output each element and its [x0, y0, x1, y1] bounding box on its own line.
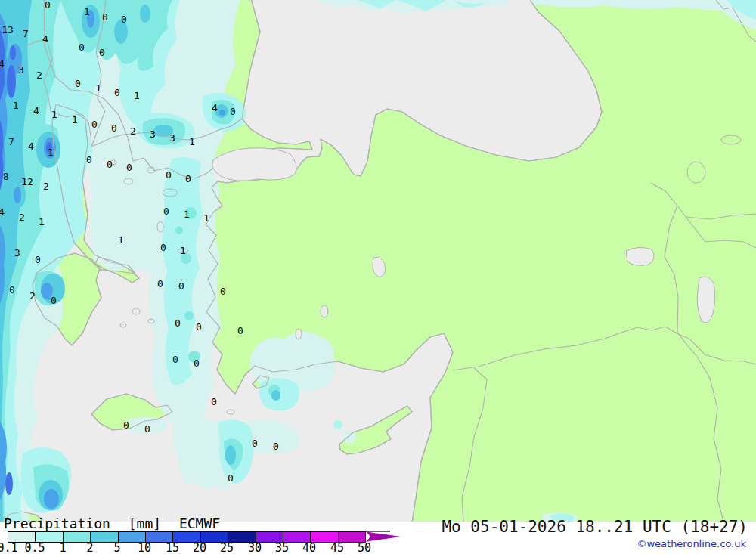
precip-value-label: 0: [35, 254, 41, 265]
legend-tick-label: 10: [138, 541, 151, 554]
precip-value-label: 1: [203, 212, 209, 224]
precip-value-label: 7: [8, 136, 14, 147]
precip-value-label: 1: [118, 234, 124, 246]
precip-value-label: 3: [169, 132, 175, 144]
precip-value-label: 0: [252, 438, 258, 449]
precip-value-label: 0: [75, 78, 81, 89]
precip-value-label: 1: [134, 90, 140, 101]
precip-value-label: 1: [48, 147, 54, 158]
precip-value-label: 8: [3, 171, 9, 182]
precip-value-label: 1: [72, 114, 78, 125]
precip-value-label: 0: [172, 354, 178, 365]
precip-value-label: 0: [51, 295, 57, 306]
precip-value-label: 1: [180, 245, 186, 256]
legend-title-label: Precipitation: [4, 515, 110, 531]
legend-title: Precipitation [mm] ECMWF: [4, 515, 230, 531]
legend-tick-label: 40: [302, 541, 316, 554]
precip-value-label: 0: [107, 159, 113, 170]
precip-value-label: 2: [29, 290, 36, 302]
legend-tick-label: 5: [113, 541, 120, 554]
legend-tick-label: 2: [86, 541, 93, 554]
precip-value-label: 2: [19, 212, 25, 223]
lake-van: [626, 247, 654, 265]
weather-map-page: 0100137443200010114110023314074100000812…: [0, 0, 756, 554]
legend-tick-label: 50: [358, 541, 371, 554]
precip-value-label: 0: [121, 14, 127, 25]
precip-value-label: 12: [21, 176, 33, 187]
precip-value-label: 0: [196, 321, 202, 333]
legend-tick-label: 35: [275, 541, 289, 554]
precip-value-label: 0: [230, 106, 236, 117]
precip-value-label: 0: [178, 280, 184, 292]
precip-value-label: 7: [23, 28, 29, 39]
precip-value-label: 0: [175, 317, 181, 329]
legend-tick-label: 0.1: [0, 541, 18, 554]
legend-tick-label: 20: [193, 541, 206, 554]
precip-value-label: 1: [39, 216, 45, 227]
legend-title-unit: [mm]: [129, 515, 161, 531]
precip-value-label: 4: [42, 33, 48, 45]
precip-value-label: 1: [84, 6, 90, 17]
legend-tick-label: 25: [220, 541, 234, 554]
lake-urmia: [697, 277, 715, 323]
legend-title-model: ECMWF: [179, 515, 220, 531]
precip-value-label: 0: [163, 206, 169, 217]
scale-tick-labels: 0.10.5125101520253035404550: [0, 541, 423, 554]
lake-egirdir: [296, 329, 302, 339]
precip-value-label: 0: [99, 47, 105, 58]
precip-value-label: 2: [36, 70, 42, 81]
precip-value-label: 1: [184, 209, 190, 220]
precip-value-label: 0: [126, 162, 132, 173]
precip-value-label: 4: [0, 58, 5, 70]
precip-value-label: 4: [33, 105, 39, 116]
precip-value-label: 0: [102, 11, 108, 23]
precip-value-label: 0: [45, 0, 51, 11]
precip-value-label: 0: [114, 87, 120, 98]
precip-value-label: 0: [273, 441, 279, 452]
precip-value-label: 1: [13, 100, 19, 111]
precip-value-label: 1: [51, 109, 57, 120]
legend-tick-label: 0.5: [24, 541, 45, 554]
precip-value-label: 0: [194, 357, 200, 369]
precip-value-label: 0: [157, 278, 163, 289]
precip-value-label: 0: [86, 154, 92, 166]
precip-value-label: 0: [79, 42, 85, 53]
precip-value-label: 13: [2, 24, 14, 36]
weather-map: 0100137443200010114110023314074100000812…: [0, 0, 756, 522]
precip-value-label: 0: [9, 284, 15, 296]
precip-value-label: 2: [130, 125, 136, 137]
legend-tick-label: 30: [248, 541, 262, 554]
precip-value-label: 4: [212, 102, 218, 113]
precip-value-label: 3: [150, 128, 156, 140]
precip-value-label: 0: [160, 242, 166, 253]
precip-value-label: 0: [220, 286, 226, 297]
precip-value-label: 0: [91, 119, 98, 130]
precip-value-label: 0: [185, 173, 191, 184]
precip-value-label: 0: [237, 325, 243, 336]
legend-tick-label: 1: [59, 541, 66, 554]
precip-value-label: 0: [211, 396, 217, 407]
precip-value-label: 0: [228, 472, 234, 484]
lake-beysehir: [321, 305, 328, 317]
precip-value-label: 0: [123, 419, 129, 431]
legend-tick-label: 15: [166, 541, 179, 554]
legend-tick-label: 45: [330, 541, 344, 554]
precip-value-label: 1: [189, 136, 195, 147]
precip-value-label: 3: [14, 247, 20, 258]
precip-value-label: 4: [28, 141, 34, 152]
precip-value-label: 0: [166, 169, 172, 181]
precip-value-label: 1: [95, 82, 101, 94]
precip-value-label: 4: [0, 206, 5, 218]
precip-value-label: 0: [144, 423, 150, 435]
precip-value-label: 3: [18, 64, 24, 76]
forecast-datetime: Mo 05-01-2026 18..21 UTC (18+27): [442, 518, 748, 536]
precip-value-label: 2: [43, 181, 49, 192]
precip-value-label: 0: [111, 122, 117, 134]
copyright-link[interactable]: ©weatheronline.co.uk: [637, 538, 746, 549]
